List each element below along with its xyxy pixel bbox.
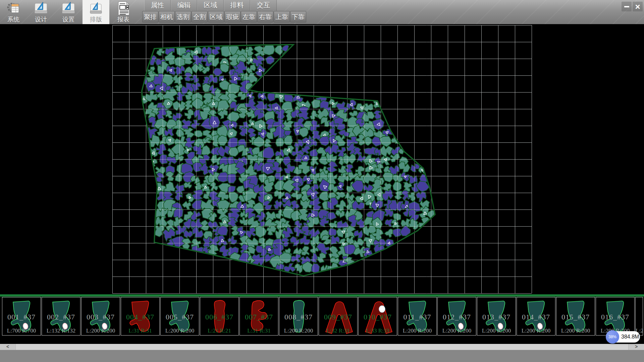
tool-button-5[interactable]: 区域 <box>208 11 224 22</box>
menu-tab-3[interactable]: 区域 <box>197 0 224 11</box>
piece-name-label: 015_#37 <box>556 313 595 321</box>
piece-thumbnail-10[interactable]: 010_#37L:33 R:33 <box>358 297 397 336</box>
tool-button-8[interactable]: 右靠 <box>257 11 273 22</box>
piece-name-label: 004_#37 <box>121 313 159 321</box>
tool-button-9[interactable]: 上靠 <box>274 11 290 22</box>
main-button-2[interactable]: 设计 <box>28 0 54 24</box>
menu-tab-2[interactable]: 编辑 <box>171 0 197 11</box>
piece-lr-label: L:21 R:21 <box>200 327 238 334</box>
piece-name-label: 014_#37 <box>517 313 555 321</box>
horizontal-scrollbar[interactable]: < > <box>0 344 644 350</box>
tool-button-1[interactable]: 聚排 <box>142 11 158 22</box>
tool-button-6[interactable]: 瑕疵 <box>224 11 240 22</box>
scroll-right-button[interactable]: > <box>628 344 644 350</box>
close-button[interactable]: × <box>633 2 643 11</box>
piece-thumbnail-9[interactable]: 009_#37L:32 R:31 <box>319 297 358 336</box>
piece-name-label: 006_#37 <box>200 313 238 321</box>
piece-thumbnail-16[interactable]: 016_#37L:200 R:200 <box>596 297 635 336</box>
main-button-label: 设计 <box>35 16 47 23</box>
piece-name-label: 003_#37 <box>82 313 120 321</box>
piece-lr-label: L:200 R:200 <box>477 327 516 334</box>
piece-lr-label: L:200 R:200 <box>517 327 555 334</box>
scroll-left-icon: < <box>6 344 9 349</box>
tool-button-row: 聚排相机选割全割区域瑕疵左靠右靠上靠下靠 <box>142 11 306 23</box>
piece-thumbnail-17[interactable]: L:2 <box>635 297 643 336</box>
piece-name-label: 016_#37 <box>596 313 634 321</box>
piece-thumbnail-2[interactable]: 002_#37L:132 R:132 <box>42 297 80 336</box>
piece-name-label: 001_#37 <box>2 313 41 321</box>
menu-tab-row: 属性编辑区域排料交互 <box>144 0 277 11</box>
piece-lr-label: L:32 R:31 <box>319 327 357 334</box>
nesting-ruler-icon <box>88 1 104 16</box>
cpu-percent-label: 38% <box>608 335 616 339</box>
menu-tab-4[interactable]: 排料 <box>224 0 250 11</box>
nesting-canvas[interactable] <box>0 24 644 295</box>
piece-thumbnail-8[interactable]: 008_#37L:200 R:200 <box>279 297 318 336</box>
menu-tab-5[interactable]: 交互 <box>250 0 277 11</box>
piece-name-label: 005_#37 <box>161 313 199 321</box>
close-icon: × <box>635 2 640 11</box>
scroll-left-button[interactable]: < <box>0 344 16 350</box>
piece-lr-label: L:132 R:132 <box>42 327 80 334</box>
piece-thumbnail-7[interactable]: 007_#37L:31 R:31 <box>239 297 278 336</box>
main-button-label: 系统 <box>7 16 19 23</box>
piece-thumbnail-12[interactable]: 012_#37L:200 R:200 <box>437 297 476 336</box>
main-button-label: 排版 <box>90 16 102 23</box>
cpu-percent-circle: 38% <box>606 330 619 344</box>
strip-accent-line <box>0 295 644 296</box>
nesting-canvas-area <box>0 24 644 295</box>
piece-thumbnail-15[interactable]: 015_#37L:200 R:200 <box>556 297 595 336</box>
piece-thumbnail-5[interactable]: 005_#37L:200 R:200 <box>160 297 199 336</box>
piece-thumbnail-list: 001_#37L:700 R:700002_#37L:132 R:132003_… <box>2 297 643 336</box>
memory-status-badge[interactable]: 38% 384.8M <box>606 331 640 343</box>
system-gear-icon <box>6 1 21 16</box>
minimize-button[interactable] <box>622 2 632 11</box>
piece-name-label: 013_#37 <box>477 313 516 321</box>
piece-thumbnail-1[interactable]: 001_#37L:700 R:700 <box>2 297 41 336</box>
piece-name-label: 002_#37 <box>42 313 80 321</box>
piece-thumbnail-11[interactable]: 011_#37L:200 R:200 <box>398 297 437 336</box>
piece-lr-label: L:31 R:31 <box>240 327 278 334</box>
piece-name-label: 008_#37 <box>279 313 318 321</box>
settings-ruler-icon <box>61 1 76 16</box>
piece-lr-label: L:200 R:200 <box>82 327 120 334</box>
main-mode-buttons: 系统设计设置排版报表 <box>0 0 138 24</box>
piece-lr-label: L:200 R:200 <box>161 327 199 334</box>
piece-lr-label: L:200 R:200 <box>438 327 476 334</box>
tool-button-2[interactable]: 相机 <box>159 11 175 22</box>
piece-thumbnail-4[interactable]: 004_#37L:31 R:31 <box>121 297 160 336</box>
piece-lr-label: L:31 R:31 <box>121 327 159 334</box>
window-controls: × <box>622 2 643 11</box>
tool-button-7[interactable]: 左靠 <box>241 11 257 22</box>
bottom-status-bar <box>0 350 644 362</box>
main-button-4[interactable]: 排版 <box>83 0 109 24</box>
piece-thumbnail-strip: 001_#37L:700 R:700002_#37L:132 R:132003_… <box>0 295 644 344</box>
memory-label: 384.8M <box>621 331 639 343</box>
piece-thumbnail-3[interactable]: 003_#37L:200 R:200 <box>81 297 120 336</box>
piece-thumbnail-14[interactable]: 014_#37L:200 R:200 <box>517 297 555 336</box>
main-button-1[interactable]: 系统 <box>0 0 27 24</box>
main-button-label: 设置 <box>62 16 74 23</box>
application-window: 系统设计设置排版报表 属性编辑区域排料交互 聚排相机选割全割区域瑕疵左靠右靠上靠… <box>0 0 644 362</box>
tool-button-10[interactable]: 下靠 <box>290 11 306 22</box>
piece-lr-label: L:200 R:200 <box>279 327 318 334</box>
piece-name-label: 009_#37 <box>319 313 357 321</box>
minimize-icon <box>624 6 629 7</box>
piece-thumbnail-13[interactable]: 013_#37L:200 R:200 <box>477 297 516 336</box>
piece-lr-label: L:33 R:33 <box>359 327 397 334</box>
piece-lr-label: L:700 R:700 <box>2 327 41 334</box>
scroll-right-icon: > <box>635 344 638 349</box>
piece-name-label: 007_#37 <box>240 313 278 321</box>
tool-button-4[interactable]: 全割 <box>192 11 208 22</box>
menu-tab-1[interactable]: 属性 <box>144 0 171 11</box>
main-button-5[interactable]: 报表 <box>110 0 137 24</box>
piece-name-label: 011_#37 <box>398 313 436 321</box>
piece-thumbnail-6[interactable]: 006_#37L:21 R:21 <box>200 297 239 336</box>
piece-name-label: 012_#37 <box>438 313 476 321</box>
tool-button-3[interactable]: 选割 <box>175 11 191 22</box>
main-button-3[interactable]: 设置 <box>55 0 82 24</box>
design-ruler-icon <box>33 1 49 16</box>
report-document-icon <box>116 1 131 16</box>
main-button-label: 报表 <box>117 16 129 23</box>
piece-lr-label: L:200 R:200 <box>398 327 436 334</box>
